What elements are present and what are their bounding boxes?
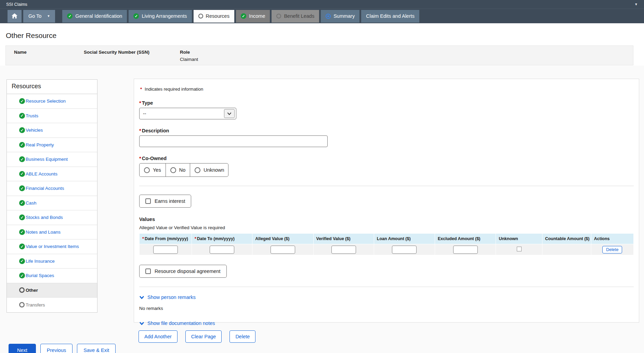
other-resource-form: *Indicates required information *Type --… xyxy=(134,79,639,323)
col-alleged-value: Alleged Value ($) xyxy=(252,234,313,244)
radio-icon xyxy=(195,167,200,173)
date-from-input[interactable] xyxy=(153,246,178,254)
sidebar-item-label: Resource Selection xyxy=(26,99,66,104)
tab-living-arrangements[interactable]: ✓ Living Arrangements xyxy=(129,10,192,23)
co-owned-no-radio[interactable]: No xyxy=(166,164,190,176)
home-icon xyxy=(12,13,17,19)
co-owned-yes-radio[interactable]: Yes xyxy=(140,164,166,176)
name-label: Name xyxy=(14,50,84,55)
radio-label: Yes xyxy=(153,167,161,173)
go-to-label: Go To xyxy=(28,13,41,19)
tab-benefit-leads: Benefit Leads xyxy=(272,10,319,23)
tab-resources[interactable]: Resources xyxy=(194,10,234,23)
sidebar-item-cash[interactable]: ✓ Cash xyxy=(7,196,97,211)
col-date-from: *Date From (mm/yyyy) xyxy=(140,234,192,244)
tab-income[interactable]: ✓ Income xyxy=(236,10,270,23)
home-button[interactable] xyxy=(8,10,22,23)
sidebar-item-resource-selection[interactable]: ✓ Resource Selection xyxy=(7,94,97,109)
row-delete-button[interactable]: Delete xyxy=(602,246,622,253)
circle-outline-icon xyxy=(19,302,25,308)
sidebar-item-label: Trusts xyxy=(26,113,38,118)
radio-icon xyxy=(170,167,176,173)
check-circle-icon: ✓ xyxy=(19,185,25,191)
co-owned-label: *Co-Owned xyxy=(139,156,634,161)
sidebar-item-trusts[interactable]: ✓ Trusts xyxy=(7,109,97,123)
col-actions: Actions xyxy=(591,234,633,244)
col-unknown: Unknown xyxy=(496,234,542,244)
tab-label: Summary xyxy=(333,13,355,19)
check-circle-icon: ✓ xyxy=(19,273,25,278)
show-file-documentation-notes-link[interactable]: Show file documentation notes xyxy=(139,321,215,326)
unknown-checkbox[interactable] xyxy=(517,247,522,251)
loan-amount-input[interactable] xyxy=(392,246,417,254)
tab-general-identification[interactable]: ✓ General Identification xyxy=(62,10,127,23)
sidebar-item-label: ABLE Accounts xyxy=(26,171,57,176)
delete-button[interactable]: Delete xyxy=(229,330,255,343)
type-select-value: -- xyxy=(143,111,146,116)
col-loan-amount: Loan Amount ($) xyxy=(374,234,435,244)
checkbox-label: Earns interest xyxy=(155,198,185,204)
sidebar-item-label: Transfers xyxy=(26,302,45,308)
circle-outline-icon xyxy=(276,14,281,18)
sidebar-item-real-property[interactable]: ✓ Real Property xyxy=(7,138,97,153)
sidebar-item-vehicles[interactable]: ✓ Vehicles xyxy=(7,123,97,138)
sidebar-item-burial-spaces[interactable]: ✓ Burial Spaces xyxy=(7,269,97,283)
caret-down-icon: ▼ xyxy=(47,14,50,18)
tab-summary[interactable]: Summary xyxy=(321,10,359,23)
excluded-amount-input[interactable] xyxy=(453,246,478,254)
footer-navigation: Next Previous Save & Exit xyxy=(9,344,116,353)
checkbox-icon xyxy=(145,269,151,274)
save-exit-button[interactable]: Save & Exit xyxy=(77,344,116,353)
check-circle-icon: ✓ xyxy=(19,98,25,104)
values-row: Delete xyxy=(140,244,634,255)
sidebar-item-able-accounts[interactable]: ✓ ABLE Accounts xyxy=(7,167,97,182)
sidebar-item-business-equipment[interactable]: ✓ Business Equipment xyxy=(7,152,97,167)
check-circle-icon: ✓ xyxy=(19,156,25,162)
tab-claim-edits-and-alerts[interactable]: Claim Edits and Alerts xyxy=(361,10,419,23)
show-person-remarks-link[interactable]: Show person remarks xyxy=(139,295,196,300)
link-label: Show file documentation notes xyxy=(147,321,215,326)
resources-sidebar: Resources ✓ Resource Selection ✓ Trusts … xyxy=(6,79,97,313)
add-another-button[interactable]: Add Another xyxy=(139,330,178,343)
sidebar-item-other[interactable]: Other xyxy=(7,283,97,298)
collapse-caret-icon[interactable]: ▼ xyxy=(634,2,638,6)
earns-interest-checkbox[interactable]: Earns interest xyxy=(139,195,191,208)
chevron-down-icon xyxy=(227,112,232,115)
co-owned-unknown-radio[interactable]: Unknown xyxy=(190,164,228,176)
date-to-input[interactable] xyxy=(210,246,234,254)
ssn-label: Social Security Number (SSN) xyxy=(84,50,180,55)
check-circle-icon: ✓ xyxy=(67,13,73,19)
sidebar-item-notes-and-loans[interactable]: ✓ Notes and Loans xyxy=(7,225,97,240)
check-circle-icon: ✓ xyxy=(19,200,25,206)
values-note: Alleged Value or Verified Value is requi… xyxy=(139,225,634,230)
select-arrow-button[interactable] xyxy=(224,109,235,118)
tab-label: Living Arrangements xyxy=(142,13,187,19)
sidebar-item-label: Notes and Loans xyxy=(26,230,61,235)
sidebar-item-financial-accounts[interactable]: ✓ Financial Accounts xyxy=(7,181,97,196)
link-label: Show person remarks xyxy=(147,295,196,300)
sidebar-item-stocks-and-bonds[interactable]: ✓ Stocks and Bonds xyxy=(7,210,97,225)
required-asterisk: * xyxy=(140,87,142,92)
sidebar-item-label: Real Property xyxy=(26,142,54,147)
sidebar-item-value-or-investment-items[interactable]: ✓ Value or Investment Items xyxy=(7,239,97,254)
go-to-dropdown[interactable]: Go To ▼ xyxy=(23,10,55,23)
previous-button[interactable]: Previous xyxy=(40,344,73,353)
alleged-value-input[interactable] xyxy=(271,246,295,254)
check-circle-icon: ✓ xyxy=(19,244,25,249)
check-circle-icon: ✓ xyxy=(133,13,139,19)
check-circle-icon: ✓ xyxy=(19,113,25,119)
sidebar-item-label: Stocks and Bonds xyxy=(26,215,63,220)
sidebar-item-life-insurance[interactable]: ✓ Life Insurance xyxy=(7,254,97,269)
checkbox-label: Resource disposal agreement xyxy=(155,269,221,274)
next-button[interactable]: Next xyxy=(9,344,36,353)
clear-page-button[interactable]: Clear Page xyxy=(185,330,222,343)
resource-disposal-checkbox[interactable]: Resource disposal agreement xyxy=(139,265,227,278)
description-input[interactable] xyxy=(139,135,328,147)
radio-icon xyxy=(144,167,150,173)
check-circle-icon: ✓ xyxy=(19,171,25,177)
required-asterisk: * xyxy=(142,236,144,241)
type-select[interactable]: -- xyxy=(139,108,236,119)
section-divider xyxy=(139,287,634,287)
verified-value-input[interactable] xyxy=(331,246,356,254)
check-circle-icon: ✓ xyxy=(19,142,25,148)
